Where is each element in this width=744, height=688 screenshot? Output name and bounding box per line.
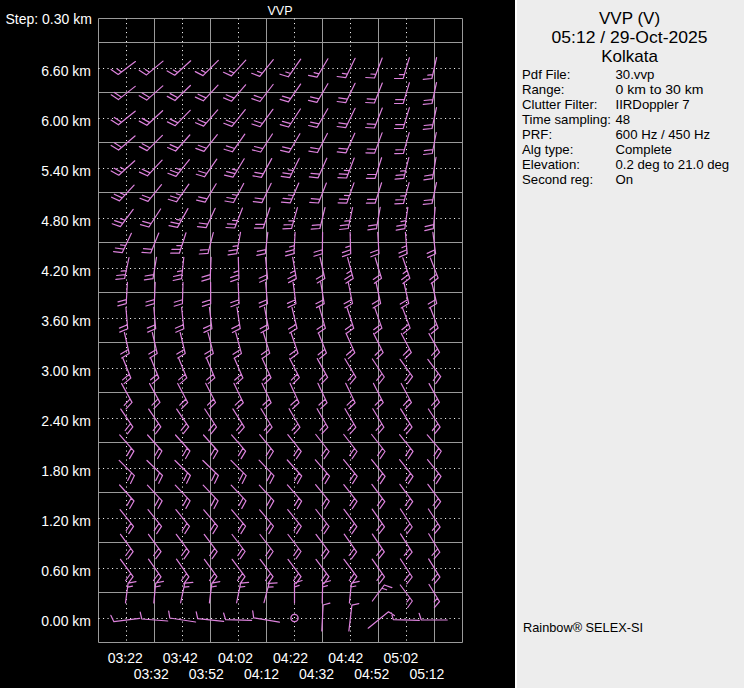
svg-text:04:22: 04:22 (273, 650, 308, 666)
svg-text:VVP (V): VVP (V) (599, 9, 660, 28)
svg-text:Step: 0.30 km: Step: 0.30 km (6, 11, 92, 27)
svg-text:1.80 km: 1.80 km (41, 463, 91, 479)
svg-text:0 km to 30 km: 0 km to 30 km (616, 82, 704, 97)
svg-text:0.00 km: 0.00 km (41, 613, 91, 629)
svg-text:6.00 km: 6.00 km (41, 113, 91, 129)
svg-text:05:12: 05:12 (409, 666, 444, 682)
svg-text:04:12: 04:12 (244, 666, 279, 682)
svg-text:Clutter Filter:: Clutter Filter: (522, 97, 597, 112)
svg-text:On: On (616, 172, 634, 187)
svg-text:1.20 km: 1.20 km (41, 513, 91, 529)
svg-text:Elevation:: Elevation: (522, 157, 580, 172)
svg-text:Complete: Complete (616, 142, 672, 157)
svg-text:05:02: 05:02 (383, 650, 418, 666)
svg-text:03:52: 03:52 (189, 666, 224, 682)
svg-text:05:12 / 29-Oct-2025: 05:12 / 29-Oct-2025 (552, 28, 708, 47)
svg-text:PRF:: PRF: (522, 127, 552, 142)
svg-text:4.80 km: 4.80 km (41, 213, 91, 229)
svg-text:5.40 km: 5.40 km (41, 163, 91, 179)
svg-text:4.20 km: 4.20 km (41, 263, 91, 279)
svg-text:Pdf File:: Pdf File: (522, 67, 570, 82)
svg-text:IIRDoppler 7: IIRDoppler 7 (616, 97, 690, 112)
svg-text:04:42: 04:42 (328, 650, 363, 666)
svg-text:Rainbow® SELEX-SI: Rainbow® SELEX-SI (523, 620, 643, 635)
svg-text:600 Hz / 450 Hz: 600 Hz / 450 Hz (616, 127, 711, 142)
svg-text:3.00 km: 3.00 km (41, 363, 91, 379)
svg-text:0.60 km: 0.60 km (41, 563, 91, 579)
svg-text:Range:: Range: (522, 82, 565, 97)
svg-text:04:52: 04:52 (354, 666, 389, 682)
svg-text:Time sampling:: Time sampling: (522, 112, 611, 127)
svg-text:Second reg:: Second reg: (522, 172, 593, 187)
svg-text:VVP: VVP (267, 4, 292, 18)
svg-text:Kolkata: Kolkata (601, 47, 658, 66)
svg-text:30.vvp: 30.vvp (616, 67, 655, 82)
svg-text:6.60 km: 6.60 km (41, 63, 91, 79)
svg-text:3.60 km: 3.60 km (41, 313, 91, 329)
svg-text:03:22: 03:22 (108, 650, 143, 666)
svg-text:0.2 deg to 21.0 deg: 0.2 deg to 21.0 deg (616, 157, 730, 172)
svg-text:Alg type:: Alg type: (522, 142, 573, 157)
svg-text:04:32: 04:32 (299, 666, 334, 682)
svg-text:03:42: 03:42 (163, 650, 198, 666)
svg-text:2.40 km: 2.40 km (41, 413, 91, 429)
svg-text:04:02: 04:02 (218, 650, 253, 666)
svg-text:03:32: 03:32 (134, 666, 169, 682)
svg-text:48: 48 (616, 112, 631, 127)
